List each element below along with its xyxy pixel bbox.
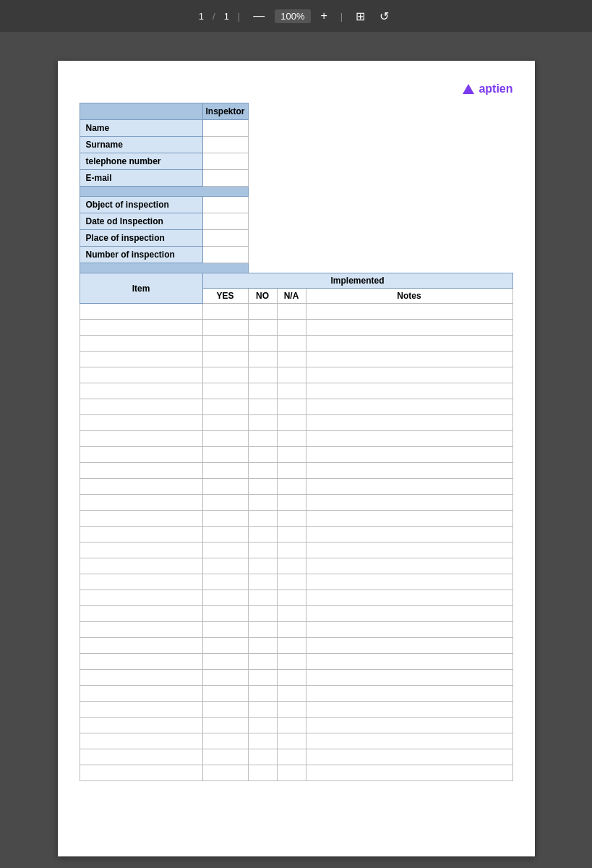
blue-divider-2 xyxy=(80,263,512,273)
page-separator: / xyxy=(213,11,215,22)
table-row xyxy=(80,367,512,383)
table-row xyxy=(80,447,512,463)
blue-divider-1 xyxy=(80,187,512,197)
col-no-header: NO xyxy=(248,289,277,304)
table-row xyxy=(80,718,512,733)
history-button[interactable]: ↺ xyxy=(375,8,393,25)
object-row: Object of inspection xyxy=(80,197,512,213)
table-row xyxy=(80,702,512,718)
value-date xyxy=(202,213,248,230)
table-row xyxy=(80,415,512,431)
inspector-telephone-row: telephone number xyxy=(80,153,512,170)
table-row xyxy=(80,638,512,654)
aptien-logo-icon xyxy=(462,82,475,95)
value-email xyxy=(202,170,248,187)
inspector-section-header: Inspektor xyxy=(80,103,512,120)
value-name xyxy=(202,120,248,137)
table-row xyxy=(80,558,512,574)
inspector-surname-row: Surname xyxy=(80,137,512,153)
svg-marker-0 xyxy=(463,84,474,94)
col-notes-header: Notes xyxy=(306,289,512,304)
value-object xyxy=(202,197,248,213)
implemented-column-header: Implemented xyxy=(202,273,512,289)
table-row xyxy=(80,511,512,527)
table-row xyxy=(80,574,512,590)
table-row xyxy=(80,383,512,399)
table-row xyxy=(80,304,512,320)
zoom-in-button[interactable]: + xyxy=(317,8,332,24)
table-row xyxy=(80,431,512,447)
table-row xyxy=(80,606,512,622)
label-date: Date od Inspection xyxy=(80,213,202,230)
table-row xyxy=(80,733,512,749)
inspector-name-row: Name xyxy=(80,120,512,137)
logo-text: aptien xyxy=(479,82,512,95)
toolbar-divider2: | xyxy=(340,11,343,22)
col-yes-header: YES xyxy=(202,289,248,304)
label-telephone: telephone number xyxy=(80,153,202,170)
number-row: Number of inspection xyxy=(80,247,512,263)
label-surname: Surname xyxy=(80,137,202,153)
table-row xyxy=(80,399,512,415)
value-place xyxy=(202,230,248,247)
zoom-out-button[interactable]: — xyxy=(249,8,269,24)
main-table: Inspektor Name Surname telephone number … xyxy=(80,103,513,781)
aptien-logo: aptien xyxy=(462,82,512,95)
toolbar: 1 / 1 | — 100% + | ⊞ ↺ xyxy=(0,0,592,32)
date-row: Date od Inspection xyxy=(80,213,512,230)
table-row xyxy=(80,527,512,542)
table-row xyxy=(80,320,512,336)
place-row: Place of inspection xyxy=(80,230,512,247)
table-row xyxy=(80,670,512,686)
table-row xyxy=(80,336,512,352)
toolbar-divider1: | xyxy=(238,11,240,22)
table-row xyxy=(80,495,512,511)
table-row xyxy=(80,479,512,495)
table-row xyxy=(80,542,512,558)
page-current: 1 xyxy=(199,11,204,22)
value-surname xyxy=(202,137,248,153)
table-row xyxy=(80,686,512,702)
table-row xyxy=(80,765,512,781)
fit-page-button[interactable]: ⊞ xyxy=(351,8,369,25)
table-row xyxy=(80,622,512,638)
page-total: 1 xyxy=(224,11,229,22)
label-number: Number of inspection xyxy=(80,247,202,263)
label-place: Place of inspection xyxy=(80,230,202,247)
label-name: Name xyxy=(80,120,202,137)
inspector-email-row: E-mail xyxy=(80,170,512,187)
label-object: Object of inspection xyxy=(80,197,202,213)
table-row xyxy=(80,749,512,765)
col-na-header: N/A xyxy=(277,289,306,304)
item-column-header: Item xyxy=(80,273,202,304)
table-row xyxy=(80,654,512,670)
document-page: aptien Inspektor Name Surname telephone … xyxy=(58,61,535,856)
table-row xyxy=(80,352,512,367)
table-row xyxy=(80,463,512,479)
zoom-level: 100% xyxy=(275,9,310,23)
inspektor-header: Inspektor xyxy=(202,103,248,120)
value-telephone xyxy=(202,153,248,170)
items-header-row: Item Implemented xyxy=(80,273,512,289)
page-wrapper: aptien Inspektor Name Surname telephone … xyxy=(0,32,592,868)
logo-area: aptien xyxy=(80,82,513,95)
table-row xyxy=(80,590,512,606)
label-email: E-mail xyxy=(80,170,202,187)
value-number xyxy=(202,247,248,263)
